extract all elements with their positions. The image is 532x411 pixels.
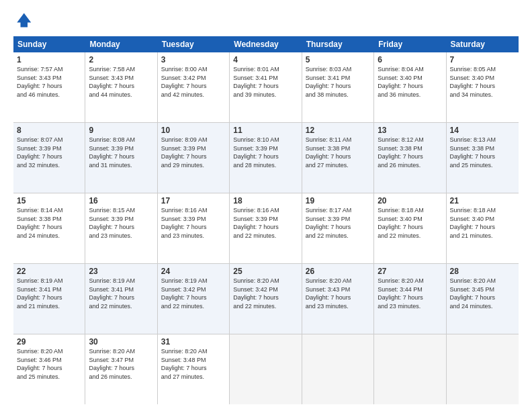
page: SundayMondayTuesdayWednesdayThursdayFrid… xyxy=(0,0,532,411)
calendar: SundayMondayTuesdayWednesdayThursdayFrid… xyxy=(13,36,519,404)
day-number: 11 xyxy=(233,126,298,135)
day-cell-24: 24Sunrise: 8:19 AMSunset: 3:42 PMDayligh… xyxy=(158,264,230,334)
day-info: Sunrise: 8:07 AMSunset: 3:39 PMDaylight:… xyxy=(17,136,81,169)
day-number: 31 xyxy=(161,337,226,347)
day-info: Sunrise: 8:20 AMSunset: 3:43 PMDaylight:… xyxy=(306,277,370,310)
day-info: Sunrise: 8:12 AMSunset: 3:38 PMDaylight:… xyxy=(378,136,442,169)
calendar-body: 1Sunrise: 7:57 AMSunset: 3:43 PMDaylight… xyxy=(13,52,519,404)
logo-icon xyxy=(13,11,32,30)
day-cell-5: 5Sunrise: 8:03 AMSunset: 3:41 PMDaylight… xyxy=(302,52,374,122)
day-number: 28 xyxy=(450,267,515,276)
day-info: Sunrise: 8:17 AMSunset: 3:39 PMDaylight:… xyxy=(306,206,370,240)
day-cell-4: 4Sunrise: 8:01 AMSunset: 3:41 PMDaylight… xyxy=(230,52,302,122)
day-cell-22: 22Sunrise: 8:19 AMSunset: 3:41 PMDayligh… xyxy=(13,264,85,334)
header-day-friday: Friday xyxy=(374,36,446,52)
day-info: Sunrise: 8:20 AMSunset: 3:48 PMDaylight:… xyxy=(161,347,226,381)
day-info: Sunrise: 8:20 AMSunset: 3:45 PMDaylight:… xyxy=(450,277,515,310)
day-info: Sunrise: 8:16 AMSunset: 3:39 PMDaylight:… xyxy=(233,206,298,240)
day-number: 29 xyxy=(17,337,81,347)
header-day-tuesday: Tuesday xyxy=(158,36,230,52)
day-info: Sunrise: 8:18 AMSunset: 3:40 PMDaylight:… xyxy=(450,206,515,240)
day-info: Sunrise: 8:14 AMSunset: 3:38 PMDaylight:… xyxy=(17,206,81,240)
day-info: Sunrise: 8:08 AMSunset: 3:39 PMDaylight:… xyxy=(89,136,153,169)
calendar-header: SundayMondayTuesdayWednesdayThursdayFrid… xyxy=(13,36,519,52)
week-row-3: 15Sunrise: 8:14 AMSunset: 3:38 PMDayligh… xyxy=(13,193,519,264)
day-info: Sunrise: 8:20 AMSunset: 3:42 PMDaylight:… xyxy=(233,277,298,310)
day-cell-28: 28Sunrise: 8:20 AMSunset: 3:45 PMDayligh… xyxy=(447,264,519,334)
day-info: Sunrise: 8:18 AMSunset: 3:40 PMDaylight:… xyxy=(378,206,442,240)
day-info: Sunrise: 8:00 AMSunset: 3:42 PMDaylight:… xyxy=(161,65,226,99)
day-number: 7 xyxy=(450,55,515,64)
day-info: Sunrise: 7:57 AMSunset: 3:43 PMDaylight:… xyxy=(17,65,81,99)
day-number: 5 xyxy=(306,55,370,64)
day-number: 3 xyxy=(161,55,226,64)
day-info: Sunrise: 8:15 AMSunset: 3:39 PMDaylight:… xyxy=(89,206,153,240)
header-day-saturday: Saturday xyxy=(447,36,519,52)
day-info: Sunrise: 8:09 AMSunset: 3:39 PMDaylight:… xyxy=(161,136,226,169)
day-number: 6 xyxy=(378,55,442,64)
day-number: 8 xyxy=(17,126,81,135)
day-number: 18 xyxy=(233,196,298,205)
day-info: Sunrise: 8:04 AMSunset: 3:40 PMDaylight:… xyxy=(378,65,442,99)
day-cell-31: 31Sunrise: 8:20 AMSunset: 3:48 PMDayligh… xyxy=(158,334,230,404)
day-number: 4 xyxy=(233,55,298,64)
day-number: 9 xyxy=(89,126,153,135)
header-day-sunday: Sunday xyxy=(13,36,85,52)
day-cell-17: 17Sunrise: 8:16 AMSunset: 3:39 PMDayligh… xyxy=(158,193,230,263)
day-number: 14 xyxy=(450,126,515,135)
day-number: 10 xyxy=(161,126,226,135)
day-cell-29: 29Sunrise: 8:20 AMSunset: 3:46 PMDayligh… xyxy=(13,334,85,404)
day-cell-8: 8Sunrise: 8:07 AMSunset: 3:39 PMDaylight… xyxy=(13,123,85,193)
day-number: 13 xyxy=(378,126,442,135)
day-info: Sunrise: 8:05 AMSunset: 3:40 PMDaylight:… xyxy=(450,65,515,99)
header-day-thursday: Thursday xyxy=(302,36,374,52)
empty-cell xyxy=(447,334,519,404)
day-number: 26 xyxy=(306,267,370,276)
day-info: Sunrise: 8:11 AMSunset: 3:38 PMDaylight:… xyxy=(306,136,370,169)
day-cell-15: 15Sunrise: 8:14 AMSunset: 3:38 PMDayligh… xyxy=(13,193,85,263)
week-row-2: 8Sunrise: 8:07 AMSunset: 3:39 PMDaylight… xyxy=(13,123,519,193)
empty-cell xyxy=(302,334,374,404)
day-number: 30 xyxy=(89,337,153,347)
day-cell-18: 18Sunrise: 8:16 AMSunset: 3:39 PMDayligh… xyxy=(230,193,302,263)
day-number: 24 xyxy=(161,267,226,276)
day-cell-21: 21Sunrise: 8:18 AMSunset: 3:40 PMDayligh… xyxy=(447,193,519,263)
logo xyxy=(13,11,35,30)
day-number: 19 xyxy=(306,196,370,205)
day-number: 27 xyxy=(378,267,442,276)
day-number: 23 xyxy=(89,267,153,276)
day-number: 1 xyxy=(17,55,81,64)
day-cell-2: 2Sunrise: 7:58 AMSunset: 3:43 PMDaylight… xyxy=(85,52,157,122)
header-day-wednesday: Wednesday xyxy=(230,36,302,52)
day-cell-20: 20Sunrise: 8:18 AMSunset: 3:40 PMDayligh… xyxy=(374,193,446,263)
day-number: 21 xyxy=(450,196,515,205)
day-info: Sunrise: 8:10 AMSunset: 3:39 PMDaylight:… xyxy=(233,136,298,169)
day-number: 15 xyxy=(17,196,81,205)
day-cell-30: 30Sunrise: 8:20 AMSunset: 3:47 PMDayligh… xyxy=(85,334,157,404)
day-cell-19: 19Sunrise: 8:17 AMSunset: 3:39 PMDayligh… xyxy=(302,193,374,263)
day-info: Sunrise: 8:19 AMSunset: 3:42 PMDaylight:… xyxy=(161,277,226,310)
week-row-1: 1Sunrise: 7:57 AMSunset: 3:43 PMDaylight… xyxy=(13,52,519,123)
day-number: 2 xyxy=(89,55,153,64)
day-cell-7: 7Sunrise: 8:05 AMSunset: 3:40 PMDaylight… xyxy=(447,52,519,122)
day-info: Sunrise: 7:58 AMSunset: 3:43 PMDaylight:… xyxy=(89,65,153,99)
header-day-monday: Monday xyxy=(85,36,157,52)
day-cell-27: 27Sunrise: 8:20 AMSunset: 3:44 PMDayligh… xyxy=(374,264,446,334)
day-info: Sunrise: 8:19 AMSunset: 3:41 PMDaylight:… xyxy=(89,277,153,310)
day-info: Sunrise: 8:19 AMSunset: 3:41 PMDaylight:… xyxy=(17,277,81,310)
day-number: 22 xyxy=(17,267,81,276)
day-cell-16: 16Sunrise: 8:15 AMSunset: 3:39 PMDayligh… xyxy=(85,193,157,263)
day-cell-13: 13Sunrise: 8:12 AMSunset: 3:38 PMDayligh… xyxy=(374,123,446,193)
day-info: Sunrise: 8:01 AMSunset: 3:41 PMDaylight:… xyxy=(233,65,298,99)
empty-cell xyxy=(374,334,446,404)
day-cell-14: 14Sunrise: 8:13 AMSunset: 3:38 PMDayligh… xyxy=(447,123,519,193)
day-info: Sunrise: 8:20 AMSunset: 3:47 PMDaylight:… xyxy=(89,347,153,381)
day-cell-10: 10Sunrise: 8:09 AMSunset: 3:39 PMDayligh… xyxy=(158,123,230,193)
day-number: 17 xyxy=(161,196,226,205)
day-cell-3: 3Sunrise: 8:00 AMSunset: 3:42 PMDaylight… xyxy=(158,52,230,122)
empty-cell xyxy=(230,334,302,404)
day-cell-9: 9Sunrise: 8:08 AMSunset: 3:39 PMDaylight… xyxy=(85,123,157,193)
day-number: 12 xyxy=(306,126,370,135)
day-number: 20 xyxy=(378,196,442,205)
day-info: Sunrise: 8:13 AMSunset: 3:38 PMDaylight:… xyxy=(450,136,515,169)
